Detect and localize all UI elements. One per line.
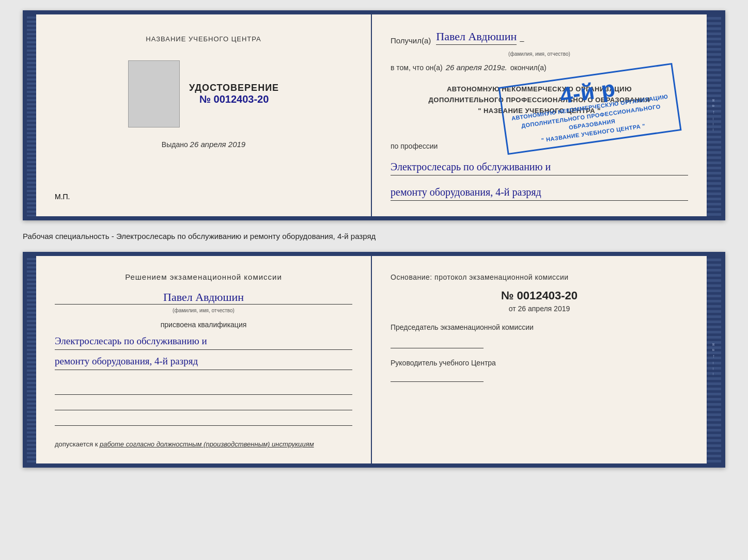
strip-char-4: – [711, 118, 716, 121]
bottom-strip-char-4: – [711, 362, 716, 365]
vtom-date: 26 апреля 2019г. [446, 63, 507, 72]
okonchil-label: окончил(а) [510, 63, 547, 72]
vtom-label: в том, что он(а) [391, 63, 443, 72]
osnovanie-number: № 0012403-20 [391, 289, 688, 302]
sig-line-2 [55, 399, 352, 410]
certificate-top: НАЗВАНИЕ УЧЕБНОГО ЦЕНТРА УДОСТОВЕРЕНИЕ №… [23, 10, 725, 220]
vydano-date: 26 апреля 2019 [190, 140, 246, 149]
number-prefix: № [501, 289, 514, 302]
bottom-left-inner: Решением экзаменационной комиссии Павел … [55, 271, 352, 448]
bottom-strip-char-6: – [711, 373, 716, 376]
osnovanie-title: Основание: протокол экзаменационной коми… [391, 271, 688, 283]
bottom-spine [27, 256, 36, 463]
profession-line2: ремонту оборудования, 4-й разряд [391, 184, 688, 201]
bottom-right-side-decoration: и а ← – – – [707, 256, 721, 463]
cert-number-line: № 0012403-20 [189, 93, 279, 105]
bottom-name-subtext: (фамилия, имя, отчество) [55, 308, 352, 313]
vydano-label: Выдано [162, 140, 188, 149]
profession-line1: Электрослесарь по обслуживанию и [391, 158, 688, 175]
vydano-line: Выдано 26 апреля 2019 [162, 140, 245, 149]
cert-left-panel: НАЗВАНИЕ УЧЕБНОГО ЦЕНТРА УДОСТОВЕРЕНИЕ №… [36, 14, 372, 216]
bottom-recipient-name: Павел Авдюшин [55, 291, 352, 305]
recipient-name: Павел Авдюшин [436, 30, 517, 45]
strip-char-2: а [711, 105, 716, 108]
cert-right-panel: Получил(а) Павел Авдюшин – (фамилия, имя… [372, 14, 707, 216]
strip-char-1: и [711, 99, 716, 103]
dopusk-italic-text: работе согласно должностным (производств… [100, 440, 314, 448]
name-subtext: (фамилия, имя, отчество) [391, 51, 688, 57]
dopuskaetsya-block: допускается к работе согласно должностны… [55, 440, 352, 448]
predsedatel-label: Председатель экзаменационной комиссии [391, 322, 688, 333]
resheniem-title: Решением экзаменационной комиссии [55, 271, 352, 283]
org-block: 4-й р АВТОНОМНУЮ НЕКОММЕРЧЕСКУЮ ОРГАНИЗА… [391, 80, 688, 132]
predsedatel-signature-line [391, 337, 484, 348]
photo-placeholder [128, 60, 180, 127]
poluchil-label: Получил(а) [391, 36, 431, 45]
bottom-left-panel: Решением экзаменационной комиссии Павел … [36, 256, 372, 463]
cert-left-inner: НАЗВАНИЕ УЧЕБНОГО ЦЕНТРА УДОСТОВЕРЕНИЕ №… [55, 30, 352, 149]
rukovoditel-signature-line [391, 371, 484, 382]
strip-char-6: – [711, 129, 716, 132]
sig-line-1 [55, 383, 352, 395]
qual-line1: Электрослесарь по обслуживанию и [55, 333, 352, 350]
mp-label: М.П. [55, 193, 70, 201]
between-text: Рабочая специальность - Электрослесарь п… [23, 232, 376, 241]
cert-main-title: УДОСТОВЕРЕНИЕ [189, 83, 279, 93]
bottom-strip-char-5: – [711, 367, 716, 371]
ot-prefix: от [509, 305, 516, 313]
signature-lines-block [55, 379, 352, 430]
ot-line: от 26 апреля 2019 [391, 305, 688, 313]
number-value: 0012403-20 [517, 289, 578, 302]
ot-date: 26 апреля 2019 [518, 305, 570, 313]
sig-line-3 [55, 414, 352, 426]
right-side-decoration: и а ← – – – [707, 14, 721, 216]
cert-number-value: 0012403-20 [214, 93, 269, 105]
bottom-strip-char-1: и [711, 343, 716, 347]
poluchil-line: Получил(а) Павел Авдюшин – [391, 30, 688, 45]
strip-char-3: ← [711, 110, 716, 116]
prisvoena-label: присвоена квалификация [55, 321, 352, 329]
rukovoditel-label: Руководитель учебного Центра [391, 358, 688, 369]
strip-char-5: – [711, 123, 716, 126]
certificate-bottom: Решением экзаменационной комиссии Павел … [23, 252, 725, 468]
cert-top-title: НАЗВАНИЕ УЧЕБНОГО ЦЕНТРА [146, 35, 261, 43]
bottom-strip-char-2: а [711, 349, 716, 352]
bottom-right-panel: Основание: протокол экзаменационной коми… [372, 256, 707, 463]
cert-number-prefix: № [199, 93, 211, 105]
dopuskaetsya-label: допускается к [55, 440, 98, 448]
bottom-strip-char-3: ← [711, 354, 716, 360]
spine-decoration [27, 14, 36, 216]
stamp-box: 4-й р АВТОНОМНУЮ НЕКОММЕРЧЕСКУЮ ОРГАНИЗА… [498, 63, 681, 155]
qual-line2: ремонту оборудования, 4-й разряд [55, 353, 352, 370]
name-dash: – [520, 36, 524, 45]
photo-and-cert-block: УДОСТОВЕРЕНИЕ № 0012403-20 [128, 60, 279, 127]
between-section: Рабочая специальность - Электрослесарь п… [23, 230, 725, 243]
cert-info-block: УДОСТОВЕРЕНИЕ № 0012403-20 [189, 83, 279, 105]
